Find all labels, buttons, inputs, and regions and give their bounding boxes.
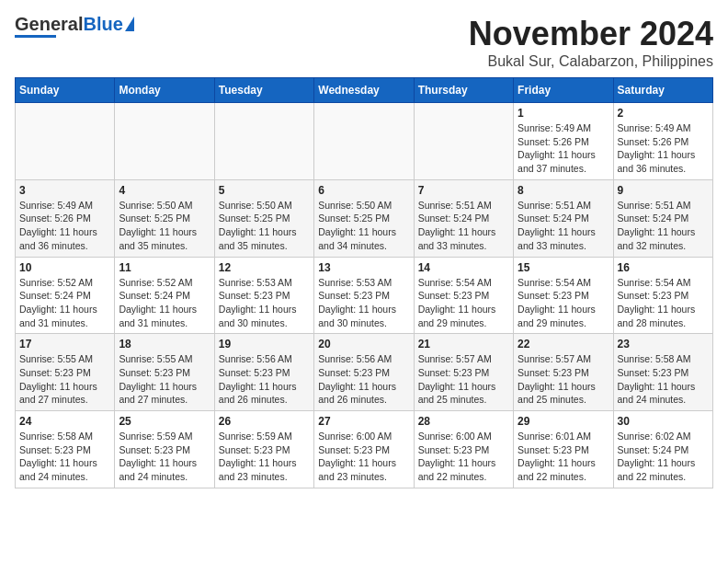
calendar-week-row: 24Sunrise: 5:58 AM Sunset: 5:23 PM Dayli… — [16, 411, 713, 488]
day-info: Sunrise: 5:54 AM Sunset: 5:23 PM Dayligh… — [618, 276, 709, 330]
logo-underline — [15, 35, 56, 38]
calendar-table: SundayMondayTuesdayWednesdayThursdayFrid… — [15, 77, 713, 488]
day-number: 2 — [618, 107, 709, 120]
calendar-cell: 4Sunrise: 5:50 AM Sunset: 5:25 PM Daylig… — [115, 179, 214, 257]
calendar-week-row: 1Sunrise: 5:49 AM Sunset: 5:26 PM Daylig… — [16, 103, 713, 180]
calendar-cell: 8Sunrise: 5:51 AM Sunset: 5:24 PM Daylig… — [514, 179, 613, 257]
calendar-cell: 14Sunrise: 5:54 AM Sunset: 5:23 PM Dayli… — [414, 257, 513, 334]
day-info: Sunrise: 5:56 AM Sunset: 5:23 PM Dayligh… — [219, 352, 310, 407]
day-number: 6 — [318, 184, 409, 197]
day-number: 25 — [119, 415, 210, 428]
day-number: 27 — [318, 415, 409, 428]
day-number: 17 — [19, 338, 110, 350]
calendar-cell: 10Sunrise: 5:52 AM Sunset: 5:24 PM Dayli… — [16, 257, 115, 334]
calendar-cell: 29Sunrise: 6:01 AM Sunset: 5:23 PM Dayli… — [514, 411, 613, 488]
day-info: Sunrise: 5:51 AM Sunset: 5:24 PM Dayligh… — [418, 199, 509, 253]
day-number: 16 — [618, 261, 709, 274]
day-info: Sunrise: 5:54 AM Sunset: 5:23 PM Dayligh… — [418, 276, 509, 330]
day-number: 18 — [119, 338, 210, 350]
calendar-cell: 13Sunrise: 5:53 AM Sunset: 5:23 PM Dayli… — [314, 257, 414, 334]
day-info: Sunrise: 5:51 AM Sunset: 5:24 PM Dayligh… — [518, 199, 609, 253]
day-info: Sunrise: 5:53 AM Sunset: 5:23 PM Dayligh… — [318, 276, 409, 330]
calendar-cell: 1Sunrise: 5:49 AM Sunset: 5:26 PM Daylig… — [514, 103, 613, 180]
calendar-week-row: 3Sunrise: 5:49 AM Sunset: 5:26 PM Daylig… — [16, 179, 713, 257]
day-number: 23 — [618, 338, 709, 350]
calendar-cell: 17Sunrise: 5:55 AM Sunset: 5:23 PM Dayli… — [16, 334, 115, 411]
calendar-cell: 26Sunrise: 5:59 AM Sunset: 5:23 PM Dayli… — [214, 411, 313, 488]
page-header: GeneralBlue November 2024 Bukal Sur, Cal… — [15, 15, 713, 70]
day-info: Sunrise: 6:00 AM Sunset: 5:23 PM Dayligh… — [318, 430, 409, 484]
calendar-cell: 23Sunrise: 5:58 AM Sunset: 5:23 PM Dayli… — [613, 334, 712, 411]
logo-triangle-icon — [125, 17, 134, 31]
month-title: November 2024 — [469, 15, 713, 53]
day-info: Sunrise: 5:58 AM Sunset: 5:23 PM Dayligh… — [618, 352, 709, 407]
day-number: 21 — [418, 338, 509, 350]
day-number: 29 — [518, 415, 609, 428]
calendar-cell: 21Sunrise: 5:57 AM Sunset: 5:23 PM Dayli… — [414, 334, 513, 411]
calendar-cell — [314, 103, 414, 180]
day-info: Sunrise: 5:58 AM Sunset: 5:23 PM Dayligh… — [19, 430, 110, 484]
calendar-cell: 19Sunrise: 5:56 AM Sunset: 5:23 PM Dayli… — [214, 334, 313, 411]
day-number: 19 — [219, 338, 310, 350]
calendar-header-saturday: Saturday — [613, 78, 712, 103]
title-area: November 2024 Bukal Sur, Calabarzon, Phi… — [469, 15, 713, 70]
day-number: 26 — [219, 415, 310, 428]
calendar-header-monday: Monday — [115, 78, 214, 103]
day-number: 22 — [518, 338, 609, 350]
calendar-cell — [414, 103, 513, 180]
day-number: 8 — [518, 184, 609, 197]
day-number: 12 — [219, 261, 310, 274]
calendar-header-sunday: Sunday — [16, 78, 115, 103]
calendar-cell: 25Sunrise: 5:59 AM Sunset: 5:23 PM Dayli… — [115, 411, 214, 488]
logo-text: GeneralBlue — [15, 15, 123, 33]
day-info: Sunrise: 5:50 AM Sunset: 5:25 PM Dayligh… — [119, 199, 210, 253]
calendar-header-thursday: Thursday — [414, 78, 513, 103]
calendar-cell: 16Sunrise: 5:54 AM Sunset: 5:23 PM Dayli… — [613, 257, 712, 334]
day-number: 7 — [418, 184, 509, 197]
day-number: 30 — [618, 415, 709, 428]
day-number: 15 — [518, 261, 609, 274]
day-info: Sunrise: 5:49 AM Sunset: 5:26 PM Dayligh… — [518, 121, 609, 176]
calendar-cell: 20Sunrise: 5:56 AM Sunset: 5:23 PM Dayli… — [314, 334, 414, 411]
day-info: Sunrise: 5:50 AM Sunset: 5:25 PM Dayligh… — [219, 199, 310, 253]
calendar-cell: 30Sunrise: 6:02 AM Sunset: 5:24 PM Dayli… — [613, 411, 712, 488]
day-info: Sunrise: 5:56 AM Sunset: 5:23 PM Dayligh… — [318, 352, 409, 407]
calendar-cell: 12Sunrise: 5:53 AM Sunset: 5:23 PM Dayli… — [214, 257, 313, 334]
calendar-cell: 15Sunrise: 5:54 AM Sunset: 5:23 PM Dayli… — [514, 257, 613, 334]
day-info: Sunrise: 5:57 AM Sunset: 5:23 PM Dayligh… — [418, 352, 509, 407]
day-number: 24 — [19, 415, 110, 428]
calendar-cell: 24Sunrise: 5:58 AM Sunset: 5:23 PM Dayli… — [16, 411, 115, 488]
day-number: 11 — [119, 261, 210, 274]
calendar-header-wednesday: Wednesday — [314, 78, 414, 103]
calendar-week-row: 10Sunrise: 5:52 AM Sunset: 5:24 PM Dayli… — [16, 257, 713, 334]
day-number: 1 — [518, 107, 609, 120]
day-number: 14 — [418, 261, 509, 274]
calendar-header-friday: Friday — [514, 78, 613, 103]
calendar-cell — [214, 103, 313, 180]
day-info: Sunrise: 6:02 AM Sunset: 5:24 PM Dayligh… — [618, 430, 709, 484]
calendar-cell: 7Sunrise: 5:51 AM Sunset: 5:24 PM Daylig… — [414, 179, 513, 257]
calendar-header-row: SundayMondayTuesdayWednesdayThursdayFrid… — [16, 78, 713, 103]
calendar-cell: 9Sunrise: 5:51 AM Sunset: 5:24 PM Daylig… — [613, 179, 712, 257]
day-info: Sunrise: 5:51 AM Sunset: 5:24 PM Dayligh… — [618, 199, 709, 253]
day-info: Sunrise: 5:52 AM Sunset: 5:24 PM Dayligh… — [119, 276, 210, 330]
calendar-cell: 2Sunrise: 5:49 AM Sunset: 5:26 PM Daylig… — [613, 103, 712, 180]
day-info: Sunrise: 5:55 AM Sunset: 5:23 PM Dayligh… — [119, 352, 210, 407]
calendar-week-row: 17Sunrise: 5:55 AM Sunset: 5:23 PM Dayli… — [16, 334, 713, 411]
day-info: Sunrise: 6:00 AM Sunset: 5:23 PM Dayligh… — [418, 430, 509, 484]
calendar-cell — [16, 103, 115, 180]
day-number: 13 — [318, 261, 409, 274]
logo-blue: Blue — [83, 14, 122, 34]
day-info: Sunrise: 5:49 AM Sunset: 5:26 PM Dayligh… — [618, 121, 709, 176]
day-info: Sunrise: 5:57 AM Sunset: 5:23 PM Dayligh… — [518, 352, 609, 407]
calendar-cell: 11Sunrise: 5:52 AM Sunset: 5:24 PM Dayli… — [115, 257, 214, 334]
day-info: Sunrise: 5:59 AM Sunset: 5:23 PM Dayligh… — [219, 430, 310, 484]
day-number: 20 — [318, 338, 409, 350]
calendar-cell: 18Sunrise: 5:55 AM Sunset: 5:23 PM Dayli… — [115, 334, 214, 411]
calendar-header-tuesday: Tuesday — [214, 78, 313, 103]
day-info: Sunrise: 5:52 AM Sunset: 5:24 PM Dayligh… — [19, 276, 110, 330]
day-number: 3 — [19, 184, 110, 197]
logo: GeneralBlue — [15, 15, 134, 38]
day-info: Sunrise: 5:50 AM Sunset: 5:25 PM Dayligh… — [318, 199, 409, 253]
day-number: 9 — [618, 184, 709, 197]
